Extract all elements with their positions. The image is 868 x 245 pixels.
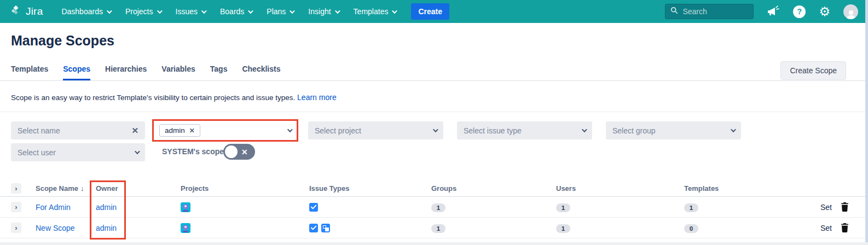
remove-tag-icon[interactable]: ✕ bbox=[189, 127, 195, 135]
tab-scopes[interactable]: Scopes bbox=[63, 65, 90, 80]
select-group-filter[interactable]: Select group bbox=[606, 121, 741, 139]
learn-more-link[interactable]: Learn more bbox=[297, 93, 337, 102]
set-button[interactable]: Set bbox=[799, 203, 832, 212]
trash-icon bbox=[841, 223, 849, 232]
tabs-bar: Templates Scopes Hierarchies Variables T… bbox=[11, 65, 281, 80]
subtask-issue-type-icon[interactable] bbox=[321, 224, 330, 232]
task-issue-type-icon[interactable] bbox=[309, 203, 318, 212]
select-project-filter[interactable]: Select project bbox=[308, 121, 443, 139]
select-issue-type-filter[interactable]: Select issue type bbox=[457, 121, 592, 139]
users-count-badge: 1 bbox=[556, 203, 570, 212]
header-projects: Projects bbox=[181, 184, 309, 192]
nav-item-plans[interactable]: Plans bbox=[267, 7, 293, 16]
window-edge-right bbox=[865, 0, 868, 245]
nav-item-issues[interactable]: Issues bbox=[176, 7, 205, 16]
chevron-down-icon bbox=[135, 149, 140, 154]
name-filter-input[interactable] bbox=[18, 126, 131, 135]
tabs-divider bbox=[0, 80, 868, 81]
select-user-filter[interactable]: Select user bbox=[11, 143, 145, 161]
jira-logo[interactable]: Jira bbox=[10, 4, 43, 19]
scopes-table: › Scope Name↓ Owner Projects Issue Types… bbox=[0, 180, 868, 238]
scope-description: Scope is an easy way to restrict Templat… bbox=[11, 93, 337, 102]
top-navbar: Jira Dashboards Projects Issues Boards P… bbox=[0, 0, 868, 23]
announcements-megaphone-icon[interactable] bbox=[767, 5, 780, 18]
header-scope-name[interactable]: Scope Name↓ bbox=[36, 184, 96, 192]
system-scope-label: SYSTEM's scope bbox=[162, 147, 224, 156]
table-header-row: › Scope Name↓ Owner Projects Issue Types… bbox=[0, 180, 868, 197]
project-avatar-icon[interactable] bbox=[181, 202, 190, 212]
delete-scope-button[interactable] bbox=[832, 223, 857, 232]
search-box[interactable] bbox=[665, 4, 754, 19]
tab-tags[interactable]: Tags bbox=[210, 65, 228, 80]
users-count-badge: 1 bbox=[556, 224, 570, 233]
nav-item-templates[interactable]: Templates bbox=[354, 7, 396, 16]
chevron-down-icon bbox=[392, 8, 397, 14]
jira-logo-icon bbox=[10, 4, 22, 19]
trash-icon bbox=[841, 202, 849, 212]
groups-count-badge: 1 bbox=[431, 224, 445, 233]
nav-menus: Dashboards Projects Issues Boards Plans … bbox=[61, 7, 396, 16]
groups-count-badge: 1 bbox=[431, 203, 445, 212]
select-name-filter[interactable]: ✕ bbox=[11, 121, 145, 139]
gear-icon[interactable]: ⚙ bbox=[819, 5, 830, 18]
search-input[interactable] bbox=[682, 7, 743, 16]
jira-logo-text: Jira bbox=[26, 5, 43, 18]
chevron-down-icon bbox=[582, 127, 587, 132]
chevron-down-icon bbox=[287, 127, 293, 132]
delete-scope-button[interactable] bbox=[832, 202, 857, 212]
project-avatar-icon[interactable] bbox=[181, 223, 190, 233]
chevron-down-icon bbox=[201, 8, 207, 14]
help-icon[interactable]: ? bbox=[793, 5, 806, 18]
chevron-down-icon bbox=[731, 127, 736, 132]
chevron-down-icon bbox=[248, 8, 253, 14]
table-row: › For Admin admin 1 1 1 Set bbox=[0, 197, 868, 218]
window-edge-bottom bbox=[0, 242, 868, 245]
table-row: › New Scope admin 1 1 0 Set bbox=[0, 218, 868, 238]
header-owner[interactable]: Owner bbox=[96, 184, 181, 192]
chevron-down-icon bbox=[335, 8, 340, 14]
header-issue-types: Issue Types bbox=[309, 184, 431, 192]
chevron-down-icon bbox=[290, 8, 295, 14]
expand-all-button[interactable]: › bbox=[11, 183, 21, 194]
owner-filter-select-annotated[interactable]: admin ✕ bbox=[152, 119, 298, 142]
tab-hierarchies[interactable]: Hierarchies bbox=[105, 65, 147, 80]
owner-filter-tag: admin ✕ bbox=[159, 124, 200, 137]
templates-count-badge: 0 bbox=[684, 224, 698, 233]
user-avatar[interactable] bbox=[843, 4, 858, 19]
tab-checklists[interactable]: Checklists bbox=[242, 65, 280, 80]
templates-count-badge: 1 bbox=[684, 203, 698, 212]
toggle-knob bbox=[225, 145, 238, 158]
owner-link[interactable]: admin bbox=[96, 224, 117, 232]
tab-variables[interactable]: Variables bbox=[161, 65, 195, 80]
search-icon bbox=[670, 7, 678, 16]
sort-desc-icon: ↓ bbox=[80, 184, 84, 192]
chevron-down-icon bbox=[433, 127, 438, 132]
create-button[interactable]: Create bbox=[411, 3, 449, 20]
nav-item-boards[interactable]: Boards bbox=[220, 7, 252, 16]
scope-name-link[interactable]: New Scope bbox=[36, 224, 75, 232]
header-users: Users bbox=[556, 184, 684, 192]
system-scope-toggle[interactable]: ✕ bbox=[223, 144, 255, 160]
header-groups: Groups bbox=[431, 184, 556, 192]
expand-row-button[interactable]: › bbox=[11, 202, 21, 212]
chevron-down-icon bbox=[157, 8, 162, 14]
set-button[interactable]: Set bbox=[799, 224, 832, 232]
tab-templates[interactable]: Templates bbox=[11, 65, 48, 80]
nav-item-dashboards[interactable]: Dashboards bbox=[61, 7, 111, 16]
task-issue-type-icon[interactable] bbox=[309, 224, 318, 232]
nav-item-insight[interactable]: Insight bbox=[308, 7, 338, 16]
description-divider bbox=[0, 112, 868, 112]
nav-item-projects[interactable]: Projects bbox=[125, 7, 161, 16]
header-templates: Templates bbox=[684, 184, 799, 192]
clear-name-icon[interactable]: ✕ bbox=[131, 126, 138, 136]
scope-name-link[interactable]: For Admin bbox=[36, 203, 71, 212]
page-title: Manage Scopes bbox=[11, 33, 114, 49]
expand-row-button[interactable]: › bbox=[11, 223, 21, 233]
navbar-right: ? ⚙ bbox=[665, 4, 858, 19]
create-scope-button[interactable]: Create Scope bbox=[780, 61, 846, 80]
chevron-down-icon bbox=[107, 8, 112, 14]
toggle-off-icon: ✕ bbox=[241, 148, 248, 156]
owner-link[interactable]: admin bbox=[96, 203, 117, 212]
